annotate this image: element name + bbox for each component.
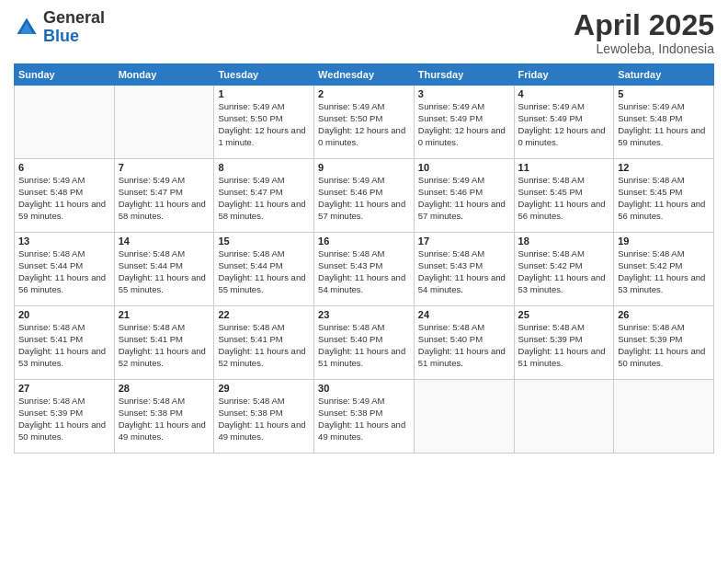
sunset-text: Sunset: 5:46 PM [318,187,410,199]
sunset-text: Sunset: 5:38 PM [218,408,310,419]
sunrise-text: Sunrise: 5:48 AM [218,322,310,334]
location: Lewoleba, Indonesia [574,41,714,56]
daylight-text: Daylight: 11 hours and 55 minutes. [218,272,310,296]
table-row: 6Sunrise: 5:49 AMSunset: 5:48 PMDaylight… [15,159,115,233]
daylight-text: Daylight: 11 hours and 54 minutes. [318,272,410,296]
col-tuesday: Tuesday [214,64,314,86]
day-number: 18 [518,236,610,247]
day-info: Sunrise: 5:48 AMSunset: 5:45 PMDaylight:… [518,175,610,222]
table-row: 13Sunrise: 5:48 AMSunset: 5:44 PMDayligh… [15,233,115,306]
day-info: Sunrise: 5:49 AMSunset: 5:47 PMDaylight:… [119,175,210,222]
logo-text: General Blue [43,9,105,46]
sunset-text: Sunset: 5:39 PM [618,334,710,346]
header: General Blue April 2025 Lewoleba, Indone… [14,9,714,56]
sunset-text: Sunset: 5:38 PM [119,408,210,419]
sunset-text: Sunset: 5:42 PM [518,260,610,272]
day-info: Sunrise: 5:49 AMSunset: 5:38 PMDaylight:… [318,396,410,442]
table-row: 14Sunrise: 5:48 AMSunset: 5:44 PMDayligh… [114,233,214,306]
day-info: Sunrise: 5:49 AMSunset: 5:48 PMDaylight:… [618,101,710,148]
sunrise-text: Sunrise: 5:48 AM [119,248,210,260]
sunset-text: Sunset: 5:42 PM [618,260,710,272]
sunset-text: Sunset: 5:50 PM [218,113,310,125]
day-number: 12 [618,162,710,173]
sunset-text: Sunset: 5:39 PM [18,408,110,419]
table-row [614,380,714,454]
sunset-text: Sunset: 5:47 PM [119,187,210,199]
col-sunday: Sunday [15,64,115,86]
day-number: 16 [318,236,410,247]
table-row: 26Sunrise: 5:48 AMSunset: 5:39 PMDayligh… [614,306,714,380]
daylight-text: Daylight: 11 hours and 59 minutes. [618,125,710,149]
day-info: Sunrise: 5:48 AMSunset: 5:38 PMDaylight:… [218,396,310,442]
table-row: 11Sunrise: 5:48 AMSunset: 5:45 PMDayligh… [514,159,614,233]
day-info: Sunrise: 5:48 AMSunset: 5:45 PMDaylight:… [618,175,710,222]
daylight-text: Daylight: 12 hours and 0 minutes. [318,125,410,149]
daylight-text: Daylight: 11 hours and 51 minutes. [318,346,410,370]
day-number: 3 [418,88,510,99]
day-info: Sunrise: 5:48 AMSunset: 5:44 PMDaylight:… [18,248,110,295]
table-row [514,380,614,454]
daylight-text: Daylight: 11 hours and 53 minutes. [618,272,710,296]
sunrise-text: Sunrise: 5:49 AM [318,396,410,408]
col-friday: Friday [514,64,614,86]
calendar-week-row: 1Sunrise: 5:49 AMSunset: 5:50 PMDaylight… [15,86,714,159]
sunrise-text: Sunrise: 5:49 AM [218,101,310,113]
day-number: 13 [18,236,110,247]
day-info: Sunrise: 5:48 AMSunset: 5:41 PMDaylight:… [119,322,210,369]
table-row [414,380,514,454]
calendar-week-row: 6Sunrise: 5:49 AMSunset: 5:48 PMDaylight… [15,159,714,233]
day-number: 23 [318,309,410,320]
table-row: 27Sunrise: 5:48 AMSunset: 5:39 PMDayligh… [15,380,115,454]
daylight-text: Daylight: 11 hours and 58 minutes. [218,199,310,223]
daylight-text: Daylight: 11 hours and 59 minutes. [18,199,110,223]
sunrise-text: Sunrise: 5:48 AM [618,175,710,187]
col-monday: Monday [114,64,214,86]
table-row: 24Sunrise: 5:48 AMSunset: 5:40 PMDayligh… [414,306,514,380]
sunset-text: Sunset: 5:45 PM [618,187,710,199]
day-number: 15 [218,236,310,247]
calendar-table: Sunday Monday Tuesday Wednesday Thursday… [14,63,714,454]
table-row: 12Sunrise: 5:48 AMSunset: 5:45 PMDayligh… [614,159,714,233]
sunset-text: Sunset: 5:44 PM [119,260,210,272]
day-number: 2 [318,88,410,99]
sunrise-text: Sunrise: 5:49 AM [318,101,410,113]
sunset-text: Sunset: 5:48 PM [18,187,110,199]
sunrise-text: Sunrise: 5:48 AM [618,248,710,260]
sunrise-text: Sunrise: 5:48 AM [218,396,310,408]
daylight-text: Daylight: 12 hours and 0 minutes. [518,125,610,149]
table-row: 23Sunrise: 5:48 AMSunset: 5:40 PMDayligh… [314,306,415,380]
day-info: Sunrise: 5:49 AMSunset: 5:49 PMDaylight:… [518,101,610,148]
sunrise-text: Sunrise: 5:48 AM [318,248,410,260]
day-info: Sunrise: 5:48 AMSunset: 5:40 PMDaylight:… [418,322,510,369]
table-row: 2Sunrise: 5:49 AMSunset: 5:50 PMDaylight… [314,86,415,159]
day-info: Sunrise: 5:48 AMSunset: 5:42 PMDaylight:… [618,248,710,295]
sunset-text: Sunset: 5:39 PM [518,334,610,346]
day-info: Sunrise: 5:48 AMSunset: 5:41 PMDaylight:… [18,322,110,369]
day-number: 24 [418,309,510,320]
page: General Blue April 2025 Lewoleba, Indone… [0,0,728,563]
table-row: 30Sunrise: 5:49 AMSunset: 5:38 PMDayligh… [314,380,415,454]
title-area: April 2025 Lewoleba, Indonesia [574,9,714,56]
sunset-text: Sunset: 5:38 PM [318,408,410,419]
sunrise-text: Sunrise: 5:48 AM [618,322,710,334]
table-row: 22Sunrise: 5:48 AMSunset: 5:41 PMDayligh… [214,306,314,380]
logo-blue: Blue [43,28,105,46]
daylight-text: Daylight: 11 hours and 55 minutes. [119,272,210,296]
sunset-text: Sunset: 5:40 PM [418,334,510,346]
daylight-text: Daylight: 11 hours and 49 minutes. [318,419,410,443]
daylight-text: Daylight: 11 hours and 54 minutes. [418,272,510,296]
day-number: 5 [618,88,710,99]
day-info: Sunrise: 5:48 AMSunset: 5:43 PMDaylight:… [418,248,510,295]
sunset-text: Sunset: 5:41 PM [18,334,110,346]
table-row: 18Sunrise: 5:48 AMSunset: 5:42 PMDayligh… [514,233,614,306]
daylight-text: Daylight: 11 hours and 50 minutes. [618,346,710,370]
sunset-text: Sunset: 5:40 PM [318,334,410,346]
day-info: Sunrise: 5:49 AMSunset: 5:47 PMDaylight:… [218,175,310,222]
table-row: 16Sunrise: 5:48 AMSunset: 5:43 PMDayligh… [314,233,415,306]
table-row: 20Sunrise: 5:48 AMSunset: 5:41 PMDayligh… [15,306,115,380]
day-info: Sunrise: 5:49 AMSunset: 5:46 PMDaylight:… [318,175,410,222]
day-number: 30 [318,383,410,394]
day-info: Sunrise: 5:48 AMSunset: 5:44 PMDaylight:… [218,248,310,295]
day-number: 21 [119,309,210,320]
table-row: 21Sunrise: 5:48 AMSunset: 5:41 PMDayligh… [114,306,214,380]
